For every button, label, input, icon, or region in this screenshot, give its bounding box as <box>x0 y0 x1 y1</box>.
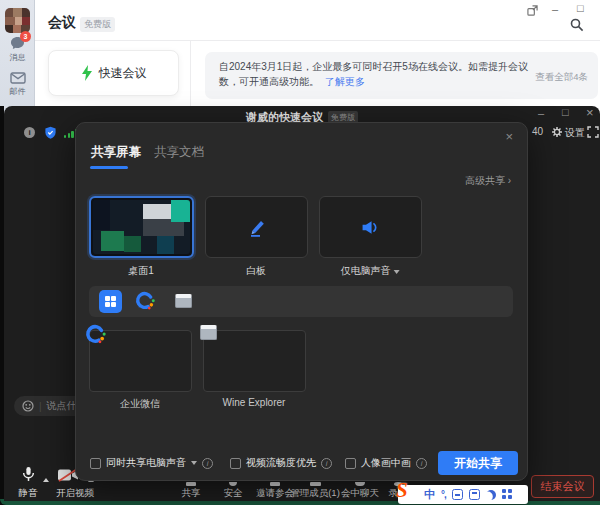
page-title: 会议 <box>48 14 76 32</box>
toolbar-item-video[interactable]: 开启视频 <box>56 487 94 500</box>
audio-dropdown-arrow[interactable] <box>393 270 399 274</box>
lightning-icon <box>81 65 93 81</box>
sidebar-item-mail[interactable]: 邮件 <box>0 72 35 97</box>
checkbox-portrait-pip[interactable] <box>345 458 356 469</box>
unread-badge: 3 <box>20 31 31 42</box>
sidebar-item-messages[interactable]: 消息 <box>0 36 35 63</box>
mail-icon <box>10 72 26 84</box>
desktop-preview <box>93 200 190 254</box>
source-whiteboard[interactable] <box>205 196 308 258</box>
security-icon <box>229 482 237 486</box>
end-meeting-button[interactable]: 结束会议 <box>531 475 594 498</box>
popout-icon[interactable] <box>527 5 538 16</box>
toolbar-item-chat[interactable]: 会中聊天 <box>341 487 379 500</box>
security-shield-icon[interactable] <box>44 126 57 139</box>
audio-option-arrow[interactable] <box>191 461 197 465</box>
info-icon[interactable]: i <box>202 458 213 469</box>
ime-clipboard-icon[interactable] <box>469 489 480 500</box>
ime-language-mode[interactable]: 中 <box>424 487 435 502</box>
advanced-share-link[interactable]: 高级共享 › <box>465 174 511 188</box>
notice-banner: 自2024年3月1日起，企业最多可同时召开5场在线会议。如需提升会议数，可开通高… <box>205 52 598 99</box>
quick-meeting-button[interactable]: 快速会议 <box>48 50 179 96</box>
gear-icon[interactable] <box>551 126 563 138</box>
toolbar-item-security[interactable]: 安全 <box>224 487 243 500</box>
search-icon[interactable] <box>570 18 584 32</box>
separator: | <box>39 401 42 412</box>
speaker-icon <box>361 220 380 235</box>
meeting-info-icon[interactable]: i <box>24 127 35 138</box>
notice-text: 自2024年3月1日起，企业最多可同时召开5场在线会议。如需提升会议数，可开通高… <box>219 59 543 89</box>
toolbar-item-mute[interactable]: 静音 <box>19 487 38 500</box>
minimize-button[interactable]: – <box>552 4 558 15</box>
sogou-logo[interactable]: S <box>396 478 408 503</box>
chat-icon <box>355 482 365 486</box>
source-computer-audio[interactable] <box>319 196 422 258</box>
meeting-timer: 40 <box>532 126 543 137</box>
app-wine-explorer-window[interactable] <box>203 330 306 392</box>
fullscreen-icon[interactable] <box>587 126 599 138</box>
source-desktop1[interactable] <box>89 196 194 258</box>
meeting-minimize-button[interactable]: – <box>538 108 544 119</box>
info-icon[interactable]: i <box>321 458 332 469</box>
filter-window-icon[interactable] <box>175 294 192 308</box>
ime-simplified-box-icon[interactable] <box>452 489 463 500</box>
ime-menu-grid-icon[interactable] <box>502 489 513 500</box>
tab-share-document[interactable]: 共享文档 <box>154 144 204 161</box>
pen-icon <box>247 217 267 237</box>
sidebar-item-label: 消息 <box>0 52 35 63</box>
option-portrait-pip: 人像画中画 i <box>345 456 427 470</box>
option-share-audio: 同时共享电脑声音 i <box>90 456 213 470</box>
toolbar-item-share[interactable]: 共享 <box>182 487 201 500</box>
ime-punctuation-icon[interactable]: °, <box>441 489 446 500</box>
emoji-icon[interactable] <box>22 400 34 412</box>
app-label: 企业微信 <box>120 397 160 411</box>
app-sidebar: 消息 3 邮件 <box>0 0 35 118</box>
dialog-close-icon[interactable]: × <box>505 129 513 144</box>
view-all-link[interactable]: 查看全部4条 <box>535 71 588 84</box>
info-icon[interactable]: i <box>416 458 427 469</box>
learn-more-link[interactable]: 了解更多 <box>325 76 365 87</box>
toolbar-item-invite[interactable]: 邀请参会 <box>256 487 294 500</box>
sidebar-item-label: 邮件 <box>0 86 35 97</box>
quick-meeting-label: 快速会议 <box>99 65 147 82</box>
active-tab-indicator <box>90 166 128 169</box>
header-divider <box>35 40 600 41</box>
explorer-window-icon <box>200 325 217 340</box>
toolbar-item-members[interactable]: 管理成员(1) <box>290 487 340 500</box>
filter-wecom-icon[interactable] <box>135 291 156 312</box>
checkbox-share-audio[interactable] <box>90 458 101 469</box>
grid-icon <box>105 296 110 301</box>
invite-icon <box>270 482 280 486</box>
start-share-button[interactable]: 开始共享 <box>438 451 518 475</box>
meeting-maximize-button[interactable]: □ <box>562 107 569 118</box>
screen: 消息 3 邮件 会议 免费版 – □ 快速会议 自2024年3月1日起，企业最多… <box>0 0 600 505</box>
source-label: 白板 <box>246 264 266 278</box>
microphone-icon[interactable] <box>21 466 36 482</box>
free-version-badge: 免费版 <box>80 17 115 32</box>
source-label: 桌面1 <box>128 264 154 278</box>
maximize-button[interactable]: □ <box>577 3 584 14</box>
app-label: Wine Explorer <box>223 397 286 408</box>
share-screen-dialog: × 共享屏幕 共享文档 高级共享 › 桌面1 白板 仅电脑声音 <box>75 122 528 481</box>
ime-toolbar: 中 °, <box>398 485 528 504</box>
ime-night-mode-icon[interactable] <box>486 490 496 500</box>
mic-options-arrow[interactable] <box>43 478 49 482</box>
app-filter-bar <box>89 286 513 317</box>
members-icon <box>310 482 321 486</box>
wecom-app-window: 消息 3 邮件 会议 免费版 – □ 快速会议 自2024年3月1日起，企业最多… <box>0 0 600 118</box>
checkbox-smooth-video[interactable] <box>230 458 241 469</box>
share-icon <box>186 482 196 486</box>
settings-label[interactable]: 设置 <box>565 126 585 140</box>
tab-share-screen[interactable]: 共享屏幕 <box>91 144 141 161</box>
wecom-logo-icon <box>85 324 107 346</box>
avatar[interactable] <box>5 8 30 33</box>
option-smooth-video: 视频流畅度优先 i <box>230 456 332 470</box>
meeting-close-button[interactable]: × <box>586 107 594 118</box>
filter-all-apps-button[interactable] <box>99 290 122 313</box>
source-label: 仅电脑声音 <box>341 264 400 278</box>
